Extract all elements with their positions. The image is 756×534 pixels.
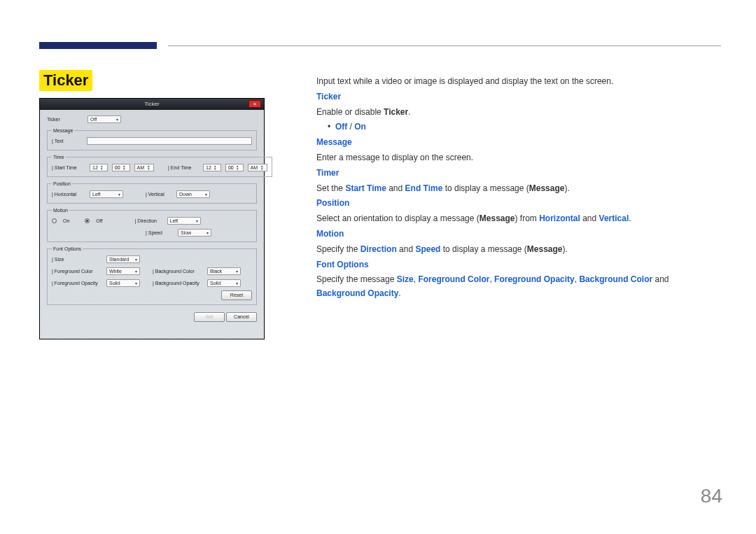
end-time-label: | End Time (168, 165, 199, 170)
header-accent-bar (39, 42, 157, 49)
ticker-dialog: Ticker × Ticker Off▾ Message | Text Time… (39, 98, 265, 339)
start-hour-stepper[interactable]: 12▴▾ (90, 164, 108, 171)
on-label: On (63, 218, 69, 223)
chevron-down-icon: ▾ (135, 257, 137, 262)
ticker-label: Ticker (47, 117, 83, 122)
start-time-label: | Start Time (52, 165, 85, 170)
start-min-stepper[interactable]: 00▴▾ (112, 164, 130, 171)
start-ampm-stepper[interactable]: AM▴▾ (134, 164, 155, 171)
end-hour-stepper[interactable]: 12▴▾ (203, 164, 221, 171)
message-text-input[interactable] (87, 137, 252, 145)
message-legend: Message (52, 128, 74, 133)
motion-off-radio[interactable] (85, 218, 90, 223)
section-title: Ticker (39, 70, 92, 91)
position-legend: Position (52, 181, 72, 186)
direction-select[interactable]: Left▾ (167, 217, 201, 225)
header-rule (168, 45, 721, 46)
ticker-desc: Enable or disable Ticker. (316, 106, 719, 120)
end-min-stepper[interactable]: 00▴▾ (225, 164, 244, 171)
chevron-down-icon: ▾ (135, 269, 137, 274)
speed-label: | Speed (146, 230, 174, 235)
text-label: | Text (52, 139, 83, 143)
ticker-heading: Ticker (316, 90, 719, 104)
motion-desc: Specify the Direction and Speed to displ… (316, 243, 719, 257)
speed-select[interactable]: Slow▾ (178, 229, 211, 237)
chevron-down-icon: ▾ (236, 281, 238, 286)
vertical-label: | Vertical (146, 192, 172, 197)
message-desc: Enter a message to display on the screen… (316, 151, 719, 165)
fg-opacity-select[interactable]: Solid▾ (106, 279, 140, 287)
chevron-down-icon: ▾ (196, 218, 198, 223)
intro-text: Input text while a video or image is dis… (316, 75, 719, 89)
page-number: 84 (701, 485, 722, 507)
message-group: Message | Text (47, 128, 257, 150)
font-legend: Font Options (52, 246, 83, 251)
font-options-group: Font Options | Size Standard▾ | Foregrou… (47, 246, 257, 305)
horizontal-label: | Horizontal (52, 192, 85, 197)
motion-group: Motion On Off | Direction Left▾ | Speed … (47, 208, 257, 242)
size-label: | Size (52, 257, 102, 262)
off-on-bullet: • Off / On (316, 120, 719, 134)
size-select[interactable]: Standard▾ (106, 255, 140, 263)
bg-opacity-label: | Background Opacity (153, 281, 203, 286)
fg-color-label: | Foreground Color (52, 269, 102, 274)
fg-opacity-label: | Foreground Opacity (52, 281, 102, 286)
chevron-down-icon: ▾ (118, 192, 120, 197)
message-heading: Message (316, 136, 719, 150)
dialog-titlebar: Ticker × (40, 99, 264, 110)
vertical-select[interactable]: Down▾ (176, 190, 210, 198)
chevron-down-icon: ▾ (116, 117, 118, 122)
fg-color-select[interactable]: White▾ (106, 267, 140, 275)
description-content: Input text while a video or image is dis… (316, 75, 719, 302)
reset-button[interactable]: Reset (221, 290, 252, 300)
dialog-footer: Set Cancel (40, 309, 264, 325)
end-ampm-stepper[interactable]: AM▴▾ (248, 164, 268, 171)
motion-on-radio[interactable] (52, 218, 57, 223)
chevron-down-icon: ▾ (205, 192, 207, 197)
bg-opacity-select[interactable]: Solid▾ (207, 279, 241, 287)
time-legend: Time (52, 155, 65, 160)
motion-heading: Motion (316, 227, 719, 241)
timer-heading: Timer (316, 167, 719, 181)
font-heading: Font Options (316, 258, 719, 272)
off-label: Off (96, 218, 102, 223)
chevron-down-icon: ▾ (135, 281, 137, 286)
horizontal-select[interactable]: Left▾ (90, 190, 123, 198)
dialog-title: Ticker (144, 101, 159, 107)
time-group: Time | Start Time 12▴▾ 00▴▾ AM▴▾ | End T… (47, 155, 272, 177)
direction-label: | Direction (135, 218, 163, 223)
close-icon[interactable]: × (248, 100, 261, 108)
timer-desc: Set the Start Time and End Time to displ… (316, 182, 719, 196)
cancel-button[interactable]: Cancel (226, 312, 257, 322)
set-button[interactable]: Set (194, 312, 225, 322)
position-heading: Position (316, 197, 719, 211)
bg-color-label: | Background Color (153, 269, 203, 274)
ticker-select[interactable]: Off▾ (88, 115, 121, 123)
motion-legend: Motion (52, 208, 69, 213)
chevron-down-icon: ▾ (206, 230, 209, 235)
font-desc: Specify the message Size, Foreground Col… (316, 273, 719, 301)
position-group: Position | Horizontal Left▾ | Vertical D… (47, 181, 257, 204)
position-desc: Select an orientation to display a messa… (316, 212, 719, 226)
chevron-down-icon: ▾ (236, 269, 238, 274)
bg-color-select[interactable]: Black▾ (207, 267, 241, 275)
